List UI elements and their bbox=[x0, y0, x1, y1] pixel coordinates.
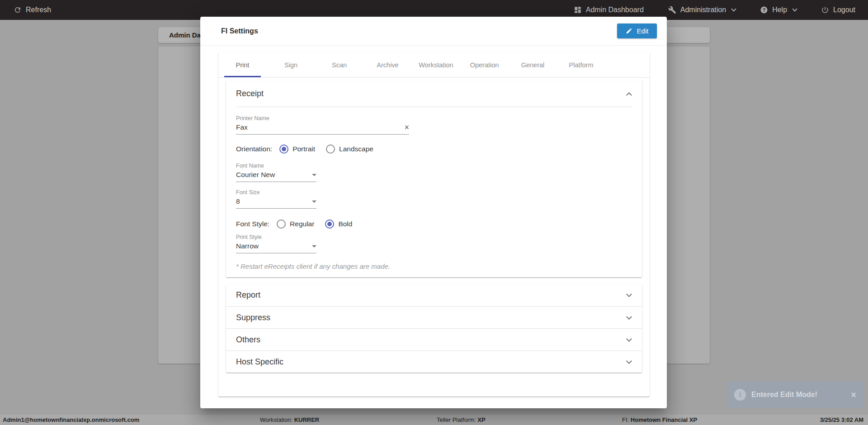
help-label: Help bbox=[772, 6, 787, 14]
settings-panel: Print Sign Scan Archive Workstation Oper… bbox=[218, 52, 650, 397]
toast-close-icon[interactable]: × bbox=[851, 390, 856, 399]
edit-button[interactable]: Edit bbox=[617, 23, 657, 38]
status-workstation: Workstation: KURRER bbox=[260, 416, 319, 423]
edit-button-label: Edit bbox=[637, 27, 649, 35]
dropdown-caret-icon bbox=[312, 245, 316, 248]
print-style-label: Print Style bbox=[236, 234, 316, 240]
teller-platform-value: XP bbox=[477, 416, 485, 423]
nav-administration-menu[interactable]: Administration bbox=[668, 6, 736, 14]
nav-help-menu[interactable]: ? Help bbox=[760, 6, 797, 14]
info-icon: i bbox=[734, 389, 746, 401]
tab-general[interactable]: General bbox=[509, 52, 557, 77]
others-section-title: Others bbox=[236, 335, 260, 345]
modal-header: FI Settings Edit bbox=[200, 17, 667, 46]
wrench-icon bbox=[668, 6, 676, 14]
chevron-down-icon bbox=[731, 6, 736, 11]
status-fi: FI: Hometown Financial XP bbox=[622, 416, 697, 423]
toast-notification: i Entered Edit Mode! × bbox=[727, 381, 863, 408]
receipt-accordion: Receipt Printer Name Fax × Orientation: bbox=[226, 80, 642, 277]
refresh-label: Refresh bbox=[26, 6, 51, 14]
orientation-label: Orientation: bbox=[236, 145, 272, 153]
font-size-field: Font Size 8 bbox=[236, 189, 316, 209]
toast-message: Entered Edit Mode! bbox=[751, 391, 845, 399]
collapsed-sections-group: Report Suppress Others Host Specific bbox=[226, 284, 642, 373]
printer-name-input[interactable]: Fax bbox=[236, 123, 248, 131]
orientation-radio-group: Orientation: Portrait Landscape bbox=[236, 145, 632, 154]
bold-radio[interactable] bbox=[325, 220, 334, 229]
dropdown-caret-icon bbox=[312, 174, 316, 176]
tab-operation[interactable]: Operation bbox=[460, 52, 509, 77]
landscape-radio-label: Landscape bbox=[339, 145, 373, 153]
suppress-section-title: Suppress bbox=[236, 313, 270, 322]
font-size-label: Font Size bbox=[236, 189, 316, 196]
chevron-down-icon bbox=[626, 291, 632, 297]
refresh-icon bbox=[14, 6, 22, 14]
others-accordion-header[interactable]: Others bbox=[226, 328, 642, 350]
admin-dashboard-label: Admin Dashboard bbox=[586, 6, 644, 14]
print-style-field: Print Style Narrow bbox=[236, 234, 316, 253]
status-teller-platform: Teller Platform: XP bbox=[437, 416, 486, 423]
svg-text:?: ? bbox=[763, 7, 765, 13]
portrait-radio[interactable] bbox=[279, 145, 288, 154]
host-specific-section-title: Host Specific bbox=[236, 357, 283, 367]
administration-label: Administration bbox=[680, 6, 726, 14]
fi-settings-modal: FI Settings Edit Print Sign Scan Archive… bbox=[200, 17, 667, 408]
report-accordion-header[interactable]: Report bbox=[226, 284, 642, 306]
fi-value: Hometown Financial XP bbox=[631, 416, 697, 423]
report-section-title: Report bbox=[236, 290, 260, 300]
receipt-form: Printer Name Fax × Orientation: Portrait… bbox=[226, 107, 642, 277]
logout-label: Logout bbox=[833, 6, 855, 14]
restart-note: * Restart eReceipts client if any change… bbox=[236, 262, 632, 270]
power-icon bbox=[821, 6, 829, 14]
font-size-select[interactable]: 8 bbox=[236, 197, 316, 209]
logout-button[interactable]: Logout bbox=[821, 6, 855, 14]
tab-platform[interactable]: Platform bbox=[557, 52, 605, 77]
chevron-down-icon bbox=[792, 6, 797, 11]
status-user-email: Admin1@hometownfinancialxp.onmicrosoft.c… bbox=[3, 416, 139, 423]
suppress-accordion-header[interactable]: Suppress bbox=[226, 306, 642, 328]
nav-admin-dashboard[interactable]: Admin Dashboard bbox=[574, 6, 644, 14]
receipt-section-title: Receipt bbox=[236, 89, 264, 98]
chevron-up-icon bbox=[626, 92, 632, 98]
host-specific-accordion-header[interactable]: Host Specific bbox=[226, 350, 642, 373]
settings-tab-bar: Print Sign Scan Archive Workstation Oper… bbox=[218, 52, 650, 78]
clear-icon[interactable]: × bbox=[404, 123, 409, 131]
regular-radio-label: Regular bbox=[290, 220, 314, 228]
font-name-field: Font Name Courier New bbox=[236, 163, 316, 182]
tab-archive[interactable]: Archive bbox=[363, 52, 412, 77]
receipt-accordion-header[interactable]: Receipt bbox=[226, 80, 642, 107]
tab-print[interactable]: Print bbox=[218, 52, 267, 77]
print-tab-content: Receipt Printer Name Fax × Orientation: bbox=[218, 78, 650, 381]
tab-workstation[interactable]: Workstation bbox=[412, 52, 460, 77]
chevron-down-icon bbox=[626, 358, 632, 364]
modal-title: FI Settings bbox=[221, 27, 258, 35]
tab-scan[interactable]: Scan bbox=[315, 52, 363, 77]
pencil-icon bbox=[626, 28, 632, 34]
font-name-select[interactable]: Courier New bbox=[236, 171, 316, 182]
regular-radio[interactable] bbox=[277, 220, 286, 229]
print-style-select[interactable]: Narrow bbox=[236, 242, 316, 253]
printer-name-label: Printer Name bbox=[236, 115, 409, 121]
status-bar: Admin1@hometownfinancialxp.onmicrosoft.c… bbox=[0, 415, 868, 425]
portrait-radio-label: Portrait bbox=[292, 145, 315, 153]
dropdown-caret-icon bbox=[312, 201, 316, 203]
font-style-label: Font Style: bbox=[236, 220, 269, 228]
refresh-button[interactable]: Refresh bbox=[14, 6, 51, 14]
help-icon: ? bbox=[760, 6, 768, 14]
status-datetime: 3/25/25 3:02 AM bbox=[820, 416, 863, 423]
chevron-down-icon bbox=[626, 314, 632, 320]
chevron-down-icon bbox=[626, 336, 632, 342]
font-style-radio-group: Font Style: Regular Bold bbox=[236, 220, 632, 229]
workstation-value: KURRER bbox=[294, 416, 320, 423]
dashboard-icon bbox=[574, 6, 582, 14]
tab-sign[interactable]: Sign bbox=[267, 52, 315, 77]
printer-name-field: Printer Name Fax × bbox=[236, 115, 409, 135]
bold-radio-label: Bold bbox=[338, 220, 352, 228]
font-name-label: Font Name bbox=[236, 163, 316, 169]
landscape-radio[interactable] bbox=[326, 145, 335, 154]
